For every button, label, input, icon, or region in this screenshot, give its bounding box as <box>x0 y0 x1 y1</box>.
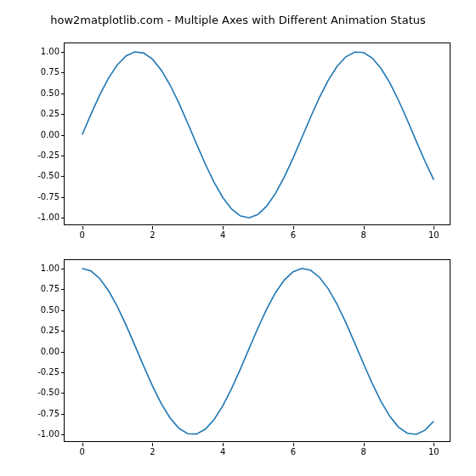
y-tick-mark <box>61 135 65 136</box>
y-tick-mark <box>61 218 65 218</box>
x-tick-label: 10 <box>421 231 446 240</box>
y-tick-mark <box>61 176 65 177</box>
y-tick-mark <box>61 156 65 156</box>
x-tick-label: 6 <box>280 448 306 456</box>
y-tick-label: 0.25 <box>26 110 60 118</box>
y-tick-mark <box>61 331 65 332</box>
x-tick-mark <box>293 226 294 230</box>
axes-top-sin: -1.00-0.75-0.50-0.250.000.250.500.751.00… <box>64 42 450 225</box>
y-tick-mark <box>61 197 65 198</box>
y-tick-label: 0.75 <box>26 285 60 293</box>
y-tick-mark <box>61 352 65 353</box>
y-tick-label: 1.00 <box>26 48 60 56</box>
x-tick-label: 0 <box>70 448 95 456</box>
line-plot-sin <box>65 43 451 226</box>
y-tick-mark <box>61 372 65 373</box>
y-tick-label: -1.00 <box>26 213 60 222</box>
x-tick-mark <box>364 443 365 446</box>
x-tick-label: 10 <box>421 448 446 456</box>
x-tick-label: 6 <box>280 231 306 240</box>
y-tick-label: -0.75 <box>26 193 60 201</box>
x-tick-label: 4 <box>210 448 235 456</box>
x-tick-mark <box>434 226 434 230</box>
line-plot-cos <box>65 260 451 443</box>
y-tick-label: -1.00 <box>26 430 60 439</box>
y-tick-label: 0.75 <box>26 68 60 76</box>
y-tick-label: -0.50 <box>26 172 60 180</box>
figure-title: how2matplotlib.com - Multiple Axes with … <box>0 14 476 26</box>
y-tick-mark <box>61 52 65 53</box>
series-line <box>82 269 434 434</box>
x-tick-mark <box>364 226 365 230</box>
x-tick-label: 4 <box>210 231 235 240</box>
y-tick-mark <box>61 289 65 290</box>
y-tick-label: 0.50 <box>26 89 60 98</box>
y-tick-label: 0.00 <box>26 348 60 356</box>
x-tick-label: 8 <box>351 231 377 240</box>
y-tick-label: -0.50 <box>26 388 60 397</box>
x-tick-mark <box>434 443 434 446</box>
x-tick-mark <box>293 443 294 446</box>
y-tick-mark <box>61 434 65 435</box>
y-tick-label: -0.25 <box>26 368 60 377</box>
y-tick-label: 1.00 <box>26 264 60 273</box>
figure: how2matplotlib.com - Multiple Axes with … <box>0 0 476 476</box>
x-tick-mark <box>82 226 83 230</box>
y-tick-label: -0.75 <box>26 410 60 418</box>
x-tick-mark <box>223 443 224 446</box>
x-tick-mark <box>152 443 153 446</box>
axes-bottom-cos: -1.00-0.75-0.50-0.250.000.250.500.751.00… <box>64 259 450 442</box>
y-tick-mark <box>61 94 65 94</box>
y-tick-label: -0.25 <box>26 151 60 160</box>
x-tick-label: 8 <box>351 448 377 456</box>
y-tick-mark <box>61 414 65 415</box>
x-tick-label: 2 <box>139 448 165 456</box>
series-line <box>82 52 434 218</box>
y-tick-mark <box>61 114 65 115</box>
y-tick-mark <box>61 72 65 73</box>
x-tick-label: 0 <box>70 231 95 240</box>
y-tick-mark <box>61 393 65 394</box>
x-tick-mark <box>152 226 153 230</box>
y-tick-mark <box>61 310 65 311</box>
y-tick-mark <box>61 269 65 269</box>
x-tick-label: 2 <box>139 231 165 240</box>
x-tick-mark <box>82 443 83 446</box>
y-tick-label: 0.00 <box>26 131 60 139</box>
y-tick-label: 0.25 <box>26 326 60 335</box>
x-tick-mark <box>223 226 224 230</box>
y-tick-label: 0.50 <box>26 306 60 314</box>
